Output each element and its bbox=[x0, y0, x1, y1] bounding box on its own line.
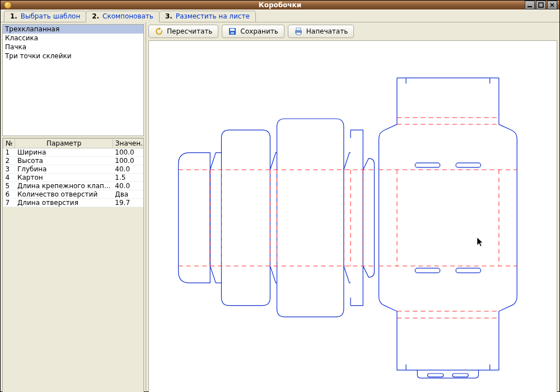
svg-rect-1 bbox=[539, 3, 543, 7]
tab-choose-template[interactable]: 1. Выбрать шаблон bbox=[4, 11, 86, 22]
row-num: 4 bbox=[3, 174, 15, 182]
col-num[interactable]: № bbox=[3, 139, 15, 148]
svg-rect-9 bbox=[296, 32, 301, 35]
svg-rect-5 bbox=[230, 29, 235, 31]
button-label: Напечатать bbox=[306, 27, 348, 35]
table-row[interactable]: 3Глубина40.0 bbox=[3, 165, 144, 174]
table-row[interactable]: 6Количество отверстийДва bbox=[3, 190, 144, 199]
svg-rect-0 bbox=[528, 6, 532, 7]
tab-label: Скомпоновать bbox=[102, 12, 153, 20]
tab-label: Выбрать шаблон bbox=[21, 12, 81, 20]
svg-rect-24 bbox=[452, 374, 468, 377]
tab-num: 2. bbox=[92, 12, 99, 20]
button-label: Сохранить bbox=[240, 27, 278, 35]
svg-rect-23 bbox=[427, 374, 443, 377]
app-icon bbox=[4, 1, 12, 9]
tab-num: 1. bbox=[10, 12, 17, 20]
list-item[interactable]: Пачка bbox=[3, 43, 143, 52]
row-value[interactable]: 19.7 bbox=[113, 199, 144, 207]
table-row[interactable]: 1Ширина100.0 bbox=[3, 148, 144, 157]
tab-num: 3. bbox=[165, 12, 172, 20]
row-value[interactable]: 100.0 bbox=[113, 148, 144, 157]
svg-rect-19 bbox=[415, 163, 440, 167]
printer-icon bbox=[294, 27, 303, 36]
table-row[interactable]: 5Длина крепежного клап...40.0 bbox=[3, 182, 144, 190]
save-button[interactable]: Сохранить bbox=[222, 25, 284, 38]
parameter-panel: № Параметр Значен... 1Ширина100.02Высота… bbox=[2, 138, 144, 392]
table-row[interactable]: 2Высота100.0 bbox=[3, 157, 144, 165]
row-name: Высота bbox=[15, 157, 113, 165]
row-name: Картон bbox=[15, 174, 113, 182]
print-button[interactable]: Напечатать bbox=[288, 25, 354, 38]
svg-rect-8 bbox=[296, 28, 301, 30]
row-value[interactable]: Два bbox=[113, 190, 144, 199]
row-value[interactable]: 40.0 bbox=[113, 165, 144, 174]
tab-label: Разместить на листе bbox=[176, 12, 250, 20]
list-item[interactable]: Классика bbox=[3, 34, 143, 43]
drawing-canvas[interactable] bbox=[148, 40, 557, 392]
svg-rect-22 bbox=[456, 268, 480, 273]
main-body: Трехклапанная Классика Пачка Три точки с… bbox=[1, 22, 559, 392]
client-area: 1. Выбрать шаблон 2. Скомпоновать 3. Раз… bbox=[1, 10, 559, 392]
refresh-icon bbox=[155, 27, 164, 36]
title-bar: Коробочки bbox=[1, 1, 559, 10]
recalculate-button[interactable]: Пересчитать bbox=[148, 25, 218, 38]
row-value[interactable]: 1.5 bbox=[113, 174, 144, 182]
row-num: 7 bbox=[3, 199, 15, 207]
maximize-button[interactable] bbox=[536, 1, 546, 10]
left-panel: Трехклапанная Классика Пачка Три точки с… bbox=[1, 22, 146, 392]
app-window: Коробочки 1. Выбрать шаблон 2. Скомпонов… bbox=[0, 0, 560, 392]
row-value[interactable]: 100.0 bbox=[113, 157, 144, 165]
svg-rect-21 bbox=[415, 268, 440, 273]
table-row[interactable]: 7Длина отверстия19.7 bbox=[3, 199, 144, 207]
list-item[interactable]: Три точки склейки bbox=[3, 52, 143, 60]
row-num: 5 bbox=[3, 182, 15, 190]
svg-rect-6 bbox=[231, 32, 234, 34]
tab-bar: 1. Выбрать шаблон 2. Скомпоновать 3. Раз… bbox=[1, 10, 559, 22]
col-value[interactable]: Значен... bbox=[113, 139, 144, 148]
button-label: Пересчитать bbox=[167, 27, 212, 35]
box-drawing bbox=[149, 41, 557, 392]
save-icon bbox=[228, 27, 237, 36]
col-name[interactable]: Параметр bbox=[15, 139, 113, 148]
row-name: Глубина bbox=[15, 165, 113, 174]
table-row[interactable]: 4Картон1.5 bbox=[3, 174, 144, 182]
close-button[interactable] bbox=[547, 1, 557, 10]
tab-layout-sheet[interactable]: 3. Разместить на листе bbox=[159, 11, 256, 22]
row-num: 2 bbox=[3, 157, 15, 165]
row-name: Ширина bbox=[15, 148, 113, 157]
window-controls bbox=[525, 1, 559, 10]
tab-compose[interactable]: 2. Скомпоновать bbox=[86, 11, 160, 22]
row-value[interactable]: 40.0 bbox=[113, 182, 144, 190]
minimize-button[interactable] bbox=[525, 1, 535, 10]
row-num: 6 bbox=[3, 190, 15, 199]
list-item[interactable]: Трехклапанная bbox=[3, 25, 143, 34]
window-title: Коробочки bbox=[1, 1, 559, 9]
toolbar: Пересчитать Сохранить Напечатать bbox=[148, 25, 557, 38]
row-num: 1 bbox=[3, 148, 15, 157]
svg-rect-20 bbox=[456, 163, 480, 167]
template-list[interactable]: Трехклапанная Классика Пачка Три точки с… bbox=[2, 24, 144, 136]
row-num: 3 bbox=[3, 165, 15, 174]
row-name: Длина крепежного клап... bbox=[15, 182, 113, 190]
row-name: Длина отверстия bbox=[15, 199, 113, 207]
parameter-table[interactable]: № Параметр Значен... 1Ширина100.02Высота… bbox=[3, 138, 144, 207]
row-name: Количество отверстий bbox=[15, 190, 113, 199]
right-panel: Пересчитать Сохранить Напечатать bbox=[146, 22, 559, 392]
